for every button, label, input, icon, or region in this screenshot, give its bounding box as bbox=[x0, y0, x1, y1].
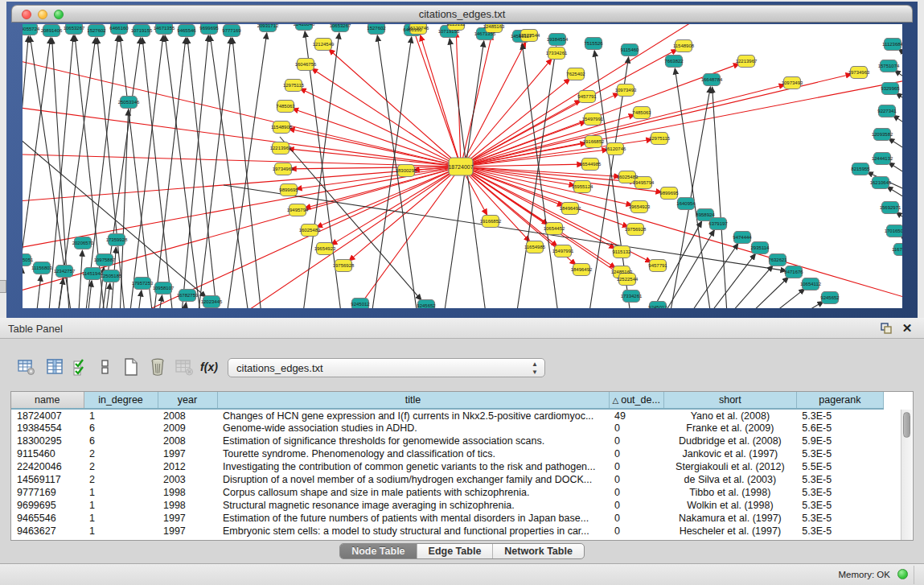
graph-edge[interactable] bbox=[403, 24, 461, 167]
graph-edge[interactable] bbox=[889, 163, 902, 195]
column-header-title[interactable]: title bbox=[217, 392, 609, 409]
table-cell[interactable]: de Silva et al. (2003) bbox=[663, 473, 796, 486]
table-cell[interactable]: Changes of HCN gene expression and I(f) … bbox=[217, 409, 609, 422]
table-cell[interactable]: 0 bbox=[609, 435, 663, 447]
graph-edge[interactable] bbox=[195, 38, 231, 308]
graph-edge[interactable] bbox=[349, 167, 461, 261]
graph-edge[interactable] bbox=[232, 38, 264, 308]
table-cell[interactable]: 5.3E-5 bbox=[796, 525, 883, 538]
close-panel-icon[interactable]: ✕ bbox=[900, 321, 914, 336]
table-cell[interactable]: Nakamura et al. (1997) bbox=[663, 512, 796, 525]
table-row[interactable]: 911546021997Tourette syndrome. Phenomeno… bbox=[11, 447, 894, 460]
table-cell[interactable]: Tibbo et al. (1998) bbox=[663, 486, 796, 499]
table-cell[interactable]: Jankovic et al. (1997) bbox=[663, 447, 796, 460]
table-row[interactable]: 946554611997Estimation of the future num… bbox=[11, 512, 894, 525]
tab-edge-table[interactable]: Edge Table bbox=[417, 544, 494, 559]
table-selector-dropdown[interactable]: citations_edges.txt ▲▼ bbox=[228, 358, 545, 377]
graph-edge[interactable] bbox=[85, 281, 92, 308]
column-header-year[interactable]: year bbox=[158, 392, 217, 409]
column-header-in_degree[interactable]: in_degree bbox=[84, 392, 158, 409]
table-cell[interactable]: 49 bbox=[609, 409, 663, 422]
graph-edge[interactable] bbox=[461, 167, 615, 249]
show-columns-icon[interactable] bbox=[44, 356, 65, 377]
table-cell[interactable]: 0 bbox=[609, 499, 663, 512]
graph-edge[interactable] bbox=[713, 87, 729, 308]
table-cell[interactable]: 1 bbox=[84, 525, 158, 538]
table-cell[interactable]: Genome-wide association studies in ADHD. bbox=[217, 422, 609, 435]
graph-edge[interactable] bbox=[151, 38, 186, 308]
table-cell[interactable]: Corpus callosum shape and size in male p… bbox=[217, 486, 609, 499]
table-cell[interactable]: Structural magnetic resonance image aver… bbox=[217, 499, 609, 512]
table-row[interactable]: 946362711997Embryonic stem cells: a mode… bbox=[11, 525, 894, 538]
graph-edge[interactable] bbox=[725, 277, 789, 308]
graph-edge[interactable] bbox=[329, 49, 461, 167]
delete-column-icon[interactable] bbox=[147, 356, 168, 377]
table-cell[interactable]: 0 bbox=[609, 486, 663, 499]
table-cell[interactable]: 0 bbox=[609, 447, 663, 460]
table-row[interactable]: 1830029562008Estimation of significance … bbox=[11, 435, 894, 447]
table-cell[interactable]: Hescheler et al. (1997) bbox=[663, 525, 796, 538]
memory-ok-indicator[interactable] bbox=[897, 569, 908, 579]
graph-edge[interactable] bbox=[421, 35, 461, 167]
graph-edge[interactable] bbox=[456, 31, 461, 167]
table-cell[interactable]: 9699695 bbox=[11, 499, 84, 512]
table-cell[interactable]: 9465546 bbox=[11, 512, 84, 525]
table-cell[interactable]: Disruption of a novel member of a sodium… bbox=[217, 473, 609, 486]
table-cell[interactable]: 0 bbox=[609, 525, 663, 538]
table-cell[interactable]: Estimation of the future numbers of pati… bbox=[217, 512, 609, 525]
table-cell[interactable]: Wolkin et al. (1998) bbox=[663, 499, 796, 512]
table-cell[interactable]: 5.9E-5 bbox=[796, 435, 883, 447]
float-panel-icon[interactable] bbox=[879, 321, 893, 336]
table-row[interactable]: 969969511998Structural magnetic resonanc… bbox=[11, 499, 894, 512]
table-row[interactable]: 1938455462009Genome-wide association stu… bbox=[11, 422, 894, 435]
graph-edge[interactable] bbox=[180, 303, 186, 308]
table-cell[interactable]: 2 bbox=[84, 447, 158, 460]
table-row[interactable]: 1456911722003Disruption of a novel membe… bbox=[11, 473, 894, 486]
table-vertical-scrollbar[interactable] bbox=[901, 410, 912, 540]
column-header-name[interactable]: name bbox=[11, 392, 84, 409]
graph-edge[interactable] bbox=[210, 35, 252, 308]
graph-edge[interactable] bbox=[289, 129, 461, 167]
table-cell[interactable]: Franke et al. (2009) bbox=[663, 422, 796, 435]
graph-edge[interactable] bbox=[213, 167, 461, 308]
graph-edge[interactable] bbox=[135, 290, 142, 308]
table-cell[interactable]: 1998 bbox=[158, 486, 217, 499]
table-cell[interactable]: 5.5E-5 bbox=[796, 460, 883, 473]
graph-edge[interactable] bbox=[461, 84, 785, 167]
table-cell[interactable]: 1998 bbox=[158, 499, 217, 512]
graph-edge[interactable] bbox=[300, 89, 461, 167]
table-cell[interactable]: 2008 bbox=[158, 435, 217, 447]
graph-edge[interactable] bbox=[340, 167, 461, 308]
table-cell[interactable]: Estimation of significance thresholds fo… bbox=[217, 435, 609, 447]
graph-edge[interactable] bbox=[461, 34, 492, 167]
graph-edge[interactable] bbox=[762, 302, 823, 308]
table-cell[interactable]: 0 bbox=[609, 512, 663, 525]
table-cell[interactable]: 2009 bbox=[158, 422, 217, 435]
table-cell[interactable]: 9115460 bbox=[11, 447, 84, 460]
graph-edge[interactable] bbox=[23, 36, 28, 308]
column-header-out_de[interactable]: △out_de... bbox=[609, 392, 663, 409]
table-cell[interactable]: 2003 bbox=[158, 473, 217, 486]
table-cell[interactable]: Investigating the contribution of common… bbox=[217, 460, 609, 473]
table-cell[interactable]: 1997 bbox=[158, 525, 217, 538]
table-cell[interactable]: 1 bbox=[84, 486, 158, 499]
graph-edge[interactable] bbox=[461, 42, 526, 167]
table-cell[interactable]: 19384554 bbox=[11, 422, 84, 435]
graph-edge[interactable] bbox=[224, 33, 267, 308]
table-cell[interactable]: 5.3E-5 bbox=[796, 409, 883, 422]
table-cell[interactable]: 5.6E-5 bbox=[796, 422, 883, 435]
table-cell[interactable]: 18724007 bbox=[11, 409, 84, 422]
table-cell[interactable]: 6 bbox=[84, 422, 158, 435]
table-cell[interactable]: 14569117 bbox=[11, 473, 84, 486]
table-cell[interactable]: 22420046 bbox=[11, 460, 84, 473]
table-cell[interactable]: 5.3E-5 bbox=[796, 447, 883, 460]
graph-edge[interactable] bbox=[127, 35, 163, 308]
graph-edge[interactable] bbox=[280, 137, 421, 300]
table-cell[interactable]: 5.3E-5 bbox=[796, 512, 883, 525]
table-cell[interactable]: 2008 bbox=[158, 409, 217, 422]
table-row[interactable]: 2242004622012Investigating the contribut… bbox=[11, 460, 894, 473]
table-cell[interactable]: 9463627 bbox=[11, 525, 84, 538]
network-view-canvas[interactable]: 1872400714055724208914061065326715276026… bbox=[23, 24, 902, 308]
table-cell[interactable]: 1 bbox=[84, 409, 158, 422]
table-cell[interactable]: 2 bbox=[84, 460, 158, 473]
